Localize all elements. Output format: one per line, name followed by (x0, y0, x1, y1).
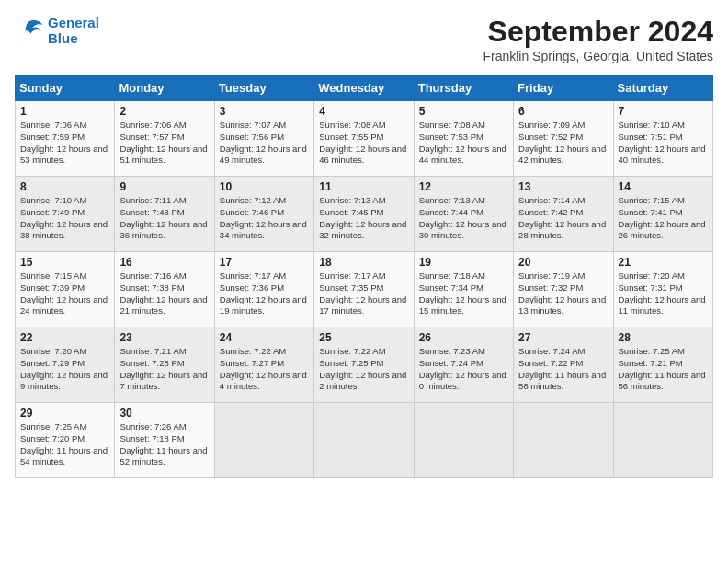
day-number: 20 (518, 256, 608, 269)
day-number: 19 (419, 256, 508, 269)
day-number: 2 (119, 105, 209, 118)
cell-info: Sunrise: 7:19 AMSunset: 7:32 PMDaylight:… (518, 270, 606, 316)
cell-info: Sunrise: 7:22 AMSunset: 7:27 PMDaylight:… (220, 346, 307, 391)
cell-info: Sunrise: 7:13 AMSunset: 7:44 PMDaylight:… (419, 195, 506, 240)
day-number: 8 (20, 180, 109, 193)
table-row: 18Sunrise: 7:17 AMSunset: 7:35 PMDayligh… (314, 252, 414, 327)
table-row: 8Sunrise: 7:10 AMSunset: 7:49 PMDaylight… (16, 177, 115, 252)
cell-info: Sunrise: 7:10 AMSunset: 7:49 PMDaylight:… (20, 195, 108, 240)
table-row: 30Sunrise: 7:26 AMSunset: 7:18 PMDayligh… (115, 403, 214, 478)
day-number: 30 (119, 407, 209, 419)
cell-info: Sunrise: 7:12 AMSunset: 7:46 PMDaylight:… (220, 195, 307, 240)
table-row: 10Sunrise: 7:12 AMSunset: 7:46 PMDayligh… (214, 177, 313, 252)
day-number: 5 (419, 105, 508, 118)
header-wednesday: Wednesday (314, 75, 414, 101)
location-subtitle: Franklin Springs, Georgia, United States (483, 49, 713, 63)
cell-info: Sunrise: 7:20 AMSunset: 7:29 PMDaylight:… (20, 346, 108, 391)
day-number: 3 (220, 105, 309, 118)
table-row: 17Sunrise: 7:17 AMSunset: 7:36 PMDayligh… (214, 252, 313, 327)
day-number: 4 (319, 105, 408, 118)
table-row: 26Sunrise: 7:23 AMSunset: 7:24 PMDayligh… (414, 327, 513, 403)
table-row: 16Sunrise: 7:16 AMSunset: 7:38 PMDayligh… (115, 252, 214, 327)
day-number: 13 (518, 180, 608, 193)
day-number: 10 (220, 180, 309, 193)
table-row: 7Sunrise: 7:10 AMSunset: 7:51 PMDaylight… (613, 101, 712, 177)
header-thursday: Thursday (414, 75, 513, 101)
day-number: 9 (119, 180, 209, 193)
table-row: 4Sunrise: 7:08 AMSunset: 7:55 PMDaylight… (314, 101, 414, 177)
weekday-header-row: Sunday Monday Tuesday Wednesday Thursday… (16, 75, 713, 101)
day-number: 23 (119, 331, 209, 344)
table-row (314, 403, 414, 478)
title-area: September 2024 Franklin Springs, Georgia… (483, 15, 713, 63)
day-number: 18 (319, 256, 408, 269)
day-number: 24 (220, 331, 309, 344)
table-row: 19Sunrise: 7:18 AMSunset: 7:34 PMDayligh… (414, 252, 513, 327)
day-number: 25 (319, 331, 408, 344)
table-row: 9Sunrise: 7:11 AMSunset: 7:48 PMDaylight… (115, 177, 214, 252)
table-row: 25Sunrise: 7:22 AMSunset: 7:25 PMDayligh… (314, 327, 414, 403)
cell-info: Sunrise: 7:07 AMSunset: 7:56 PMDaylight:… (220, 120, 307, 165)
table-row: 14Sunrise: 7:15 AMSunset: 7:41 PMDayligh… (613, 177, 712, 252)
table-row: 1Sunrise: 7:06 AMSunset: 7:59 PMDaylight… (16, 101, 115, 177)
table-row: 3Sunrise: 7:07 AMSunset: 7:56 PMDaylight… (214, 101, 313, 177)
cell-info: Sunrise: 7:17 AMSunset: 7:36 PMDaylight:… (220, 270, 307, 316)
cell-info: Sunrise: 7:15 AMSunset: 7:39 PMDaylight:… (20, 270, 108, 316)
day-number: 29 (20, 407, 109, 419)
header-saturday: Saturday (613, 75, 712, 101)
table-row: 20Sunrise: 7:19 AMSunset: 7:32 PMDayligh… (514, 252, 613, 327)
cell-info: Sunrise: 7:23 AMSunset: 7:24 PMDaylight:… (419, 346, 506, 391)
day-number: 15 (20, 256, 109, 269)
header-tuesday: Tuesday (214, 75, 313, 101)
logo-icon (15, 17, 44, 43)
cell-info: Sunrise: 7:25 AMSunset: 7:21 PMDaylight:… (619, 346, 706, 391)
table-row: 15Sunrise: 7:15 AMSunset: 7:39 PMDayligh… (16, 252, 115, 327)
table-row: 28Sunrise: 7:25 AMSunset: 7:21 PMDayligh… (613, 327, 712, 403)
table-row: 23Sunrise: 7:21 AMSunset: 7:28 PMDayligh… (115, 327, 214, 403)
cell-info: Sunrise: 7:08 AMSunset: 7:55 PMDaylight:… (319, 120, 406, 165)
cell-info: Sunrise: 7:09 AMSunset: 7:52 PMDaylight:… (518, 120, 606, 165)
table-row (214, 403, 313, 478)
table-row: 5Sunrise: 7:08 AMSunset: 7:53 PMDaylight… (414, 101, 513, 177)
cell-info: Sunrise: 7:25 AMSunset: 7:20 PMDaylight:… (20, 421, 108, 466)
cell-info: Sunrise: 7:22 AMSunset: 7:25 PMDaylight:… (319, 346, 406, 391)
day-number: 12 (419, 180, 508, 193)
month-title: September 2024 (483, 15, 713, 49)
cell-info: Sunrise: 7:08 AMSunset: 7:53 PMDaylight:… (419, 120, 506, 165)
header-friday: Friday (514, 75, 613, 101)
cell-info: Sunrise: 7:21 AMSunset: 7:28 PMDaylight:… (119, 346, 207, 391)
table-row: 11Sunrise: 7:13 AMSunset: 7:45 PMDayligh… (314, 177, 414, 252)
page-header: General Blue September 2024 Franklin Spr… (15, 15, 713, 63)
table-row: 24Sunrise: 7:22 AMSunset: 7:27 PMDayligh… (214, 327, 313, 403)
cell-info: Sunrise: 7:16 AMSunset: 7:38 PMDaylight:… (119, 270, 207, 316)
table-row (613, 403, 712, 478)
day-number: 1 (20, 105, 109, 118)
cell-info: Sunrise: 7:17 AMSunset: 7:35 PMDaylight:… (319, 270, 406, 316)
day-number: 16 (119, 256, 209, 269)
day-number: 26 (419, 331, 508, 344)
day-number: 11 (319, 180, 408, 193)
table-row: 12Sunrise: 7:13 AMSunset: 7:44 PMDayligh… (414, 177, 513, 252)
table-row: 22Sunrise: 7:20 AMSunset: 7:29 PMDayligh… (16, 327, 115, 403)
table-row: 2Sunrise: 7:06 AMSunset: 7:57 PMDaylight… (115, 101, 214, 177)
day-number: 22 (20, 331, 109, 344)
table-row (514, 403, 613, 478)
table-row: 6Sunrise: 7:09 AMSunset: 7:52 PMDaylight… (514, 101, 613, 177)
cell-info: Sunrise: 7:18 AMSunset: 7:34 PMDaylight:… (419, 270, 506, 316)
day-number: 6 (518, 105, 608, 118)
table-row (414, 403, 513, 478)
day-number: 17 (220, 256, 309, 269)
table-row: 29Sunrise: 7:25 AMSunset: 7:20 PMDayligh… (16, 403, 115, 478)
cell-info: Sunrise: 7:15 AMSunset: 7:41 PMDaylight:… (619, 195, 706, 240)
cell-info: Sunrise: 7:10 AMSunset: 7:51 PMDaylight:… (619, 120, 706, 165)
cell-info: Sunrise: 7:24 AMSunset: 7:22 PMDaylight:… (518, 346, 606, 391)
cell-info: Sunrise: 7:06 AMSunset: 7:59 PMDaylight:… (20, 120, 108, 165)
table-row: 27Sunrise: 7:24 AMSunset: 7:22 PMDayligh… (514, 327, 613, 403)
day-number: 21 (619, 256, 708, 269)
cell-info: Sunrise: 7:06 AMSunset: 7:57 PMDaylight:… (119, 120, 207, 165)
day-number: 28 (619, 331, 708, 344)
logo-text: General Blue (48, 15, 99, 46)
table-row: 13Sunrise: 7:14 AMSunset: 7:42 PMDayligh… (514, 177, 613, 252)
logo: General Blue (15, 15, 99, 46)
cell-info: Sunrise: 7:13 AMSunset: 7:45 PMDaylight:… (319, 195, 406, 240)
